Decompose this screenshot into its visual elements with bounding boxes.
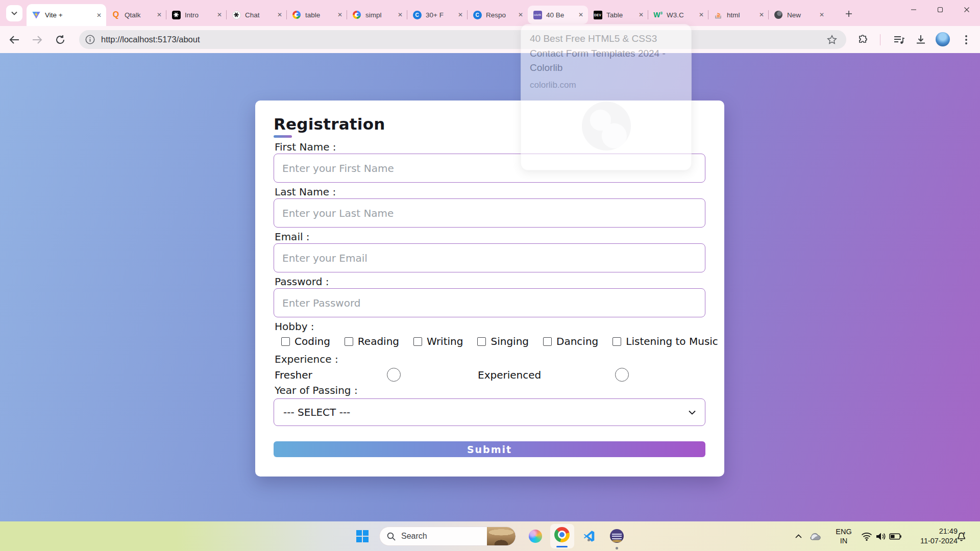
google-favicon: [352, 10, 361, 19]
globe-dark-favicon: [774, 10, 783, 19]
new-tab-button[interactable]: [841, 6, 856, 21]
tab-close-icon[interactable]: ✕: [757, 11, 766, 19]
reload-button[interactable]: [54, 33, 67, 46]
checkbox[interactable]: [413, 337, 422, 346]
tab-close-icon[interactable]: ✕: [95, 11, 103, 19]
tab-title: html: [727, 11, 757, 19]
taskbar-clock[interactable]: 21:49 11-07-2024: [903, 527, 958, 546]
text-input[interactable]: [274, 198, 705, 228]
forward-button[interactable]: [31, 33, 44, 46]
minimize-button[interactable]: [900, 0, 927, 19]
openai-dark-favicon: [172, 10, 181, 19]
media-controls-button[interactable]: [893, 33, 906, 46]
extensions-button[interactable]: [856, 33, 869, 46]
vscode-taskbar-button[interactable]: [582, 530, 596, 543]
checkbox[interactable]: [477, 337, 486, 346]
tab-chat[interactable]: Chat ✕: [227, 6, 287, 24]
checkbox[interactable]: [612, 337, 621, 346]
eclipse-taskbar-button[interactable]: [610, 529, 624, 543]
window-controls: [900, 0, 980, 19]
tab-close-icon[interactable]: ✕: [336, 11, 344, 19]
address-bar[interactable]: http://localhost:5173/about: [79, 30, 846, 49]
tab-close-icon[interactable]: ✕: [396, 11, 404, 19]
checkbox[interactable]: [345, 337, 353, 346]
back-button[interactable]: [8, 33, 21, 46]
copilot-icon[interactable]: [529, 530, 542, 543]
tab-close-icon[interactable]: ✕: [577, 11, 585, 19]
hobby-option-listening-to-music[interactable]: Listening to Music: [612, 335, 718, 347]
forward-icon: [32, 35, 42, 44]
tab-close-icon[interactable]: ✕: [697, 11, 705, 19]
language-indicator[interactable]: ENG IN: [834, 527, 854, 545]
tab-close-icon[interactable]: ✕: [517, 11, 525, 19]
tab-table[interactable]: table ✕: [287, 6, 347, 24]
tab-simpl[interactable]: simpl ✕: [347, 6, 407, 24]
close-window-button[interactable]: [953, 0, 980, 19]
tab-search-button[interactable]: [6, 5, 22, 21]
hobby-option-singing[interactable]: Singing: [477, 335, 529, 347]
experienced-radio[interactable]: [615, 368, 629, 382]
wifi-tray-icon[interactable]: [861, 530, 873, 542]
tab-vite-[interactable]: Vite + ✕: [27, 4, 106, 26]
maximize-button[interactable]: [927, 0, 953, 19]
search-daily-image[interactable]: [487, 527, 516, 546]
url-text[interactable]: http://localhost:5173/about: [101, 35, 200, 44]
toolbar-separator: [880, 34, 880, 45]
tab-close-icon[interactable]: ✕: [456, 11, 464, 19]
tab-w3-c[interactable]: W3 W3.C ✕: [648, 6, 708, 24]
close-icon: [964, 7, 970, 13]
year-select-value: --- SELECT ---: [283, 406, 350, 418]
windows-start-button[interactable]: [356, 530, 369, 542]
running-indicator: [587, 539, 590, 541]
fresher-radio[interactable]: [387, 368, 401, 382]
taskbar-search[interactable]: Search: [379, 527, 516, 546]
hobby-label: Singing: [491, 335, 529, 347]
hobby-label: Listening to Music: [626, 335, 718, 347]
checkbox[interactable]: [543, 337, 552, 346]
tab-close-icon[interactable]: ✕: [637, 11, 645, 19]
hobby-option-reading[interactable]: Reading: [345, 335, 399, 347]
tab-30-f[interactable]: C 30+ F ✕: [407, 6, 468, 24]
tab-40-be[interactable]: colorlib 40 Be ✕: [528, 6, 588, 24]
browser-menu-button[interactable]: [960, 33, 973, 46]
tab-respo[interactable]: C Respo ✕: [468, 6, 528, 24]
wifi-icon: [861, 532, 872, 541]
hobby-label: Reading: [358, 335, 399, 347]
profile-avatar[interactable]: [936, 32, 950, 46]
text-input[interactable]: [274, 288, 705, 317]
tab-html[interactable]: html ✕: [708, 6, 769, 24]
tab-new[interactable]: New ✕: [769, 6, 829, 24]
tab-close-icon[interactable]: ✕: [215, 11, 224, 19]
tab-intro[interactable]: Intro ✕: [166, 6, 227, 24]
tab-close-icon[interactable]: ✕: [155, 11, 163, 19]
hobby-label: Writing: [427, 335, 463, 347]
browser-window: Vite + ✕ Q Qtalk ✕ Intro ✕ Chat ✕ table …: [0, 0, 980, 551]
tab-title: 40 Be: [546, 11, 577, 19]
onedrive-tray-icon[interactable]: [809, 530, 821, 542]
field-label: Email :: [275, 231, 706, 242]
submit-button[interactable]: Submit: [274, 441, 705, 457]
tab-bar: Vite + ✕ Q Qtalk ✕ Intro ✕ Chat ✕ table …: [0, 0, 980, 26]
maximize-icon: [937, 7, 943, 13]
hobby-option-writing[interactable]: Writing: [413, 335, 463, 347]
chrome-taskbar-button[interactable]: [550, 524, 574, 548]
tab-close-icon[interactable]: ✕: [276, 11, 284, 19]
text-input[interactable]: [274, 243, 705, 272]
experience-section-label: Experience :: [275, 354, 706, 365]
dev-favicon: DEV: [593, 10, 602, 19]
hobby-option-coding[interactable]: Coding: [281, 335, 330, 347]
bookmark-star-button[interactable]: [827, 35, 837, 45]
tray-expand-button[interactable]: [792, 530, 804, 542]
downloads-button[interactable]: [914, 33, 927, 46]
tab-qtalk[interactable]: Q Qtalk ✕: [106, 6, 166, 24]
notifications-tray-icon[interactable]: z: [955, 530, 968, 542]
tab-table[interactable]: DEV Table ✕: [588, 6, 648, 24]
hobby-option-dancing[interactable]: Dancing: [543, 335, 598, 347]
checkbox[interactable]: [281, 337, 290, 346]
battery-tray-icon[interactable]: [889, 530, 901, 542]
volume-tray-icon[interactable]: [875, 530, 887, 542]
title-underline: [274, 135, 292, 138]
year-select[interactable]: --- SELECT ---: [274, 398, 705, 426]
site-info-icon[interactable]: [85, 35, 95, 44]
tab-close-icon[interactable]: ✕: [818, 11, 826, 19]
